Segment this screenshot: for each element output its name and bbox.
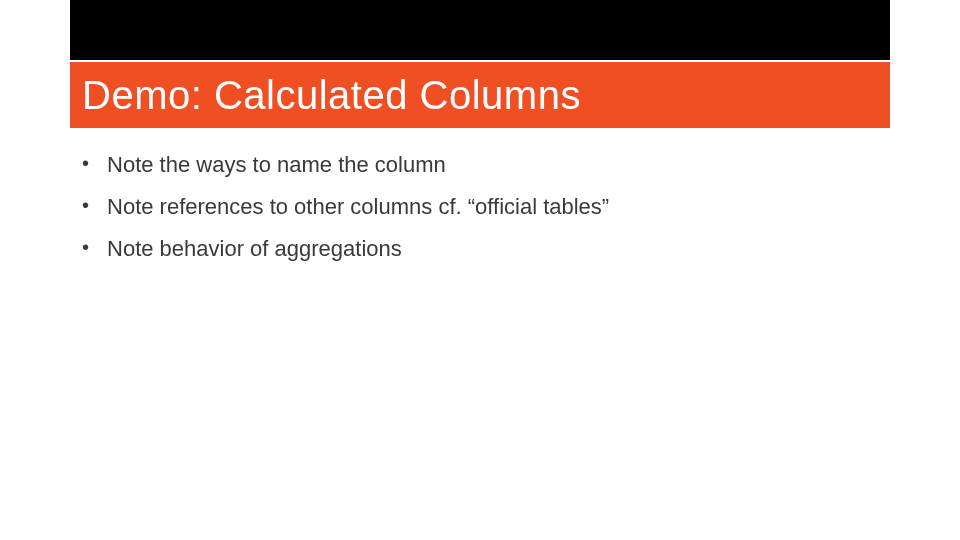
list-item: • Note the ways to name the column	[82, 152, 609, 178]
top-black-band	[70, 0, 890, 60]
slide-title: Demo: Calculated Columns	[82, 73, 581, 118]
list-item: • Note behavior of aggregations	[82, 236, 609, 262]
bullet-text: Note the ways to name the column	[107, 152, 446, 178]
title-band: Demo: Calculated Columns	[70, 62, 890, 128]
bullet-list: • Note the ways to name the column • Not…	[82, 152, 609, 278]
bullet-icon: •	[82, 237, 89, 257]
bullet-icon: •	[82, 153, 89, 173]
list-item: • Note references to other columns cf. “…	[82, 194, 609, 220]
bullet-text: Note behavior of aggregations	[107, 236, 402, 262]
bullet-text: Note references to other columns cf. “of…	[107, 194, 609, 220]
bullet-icon: •	[82, 195, 89, 215]
